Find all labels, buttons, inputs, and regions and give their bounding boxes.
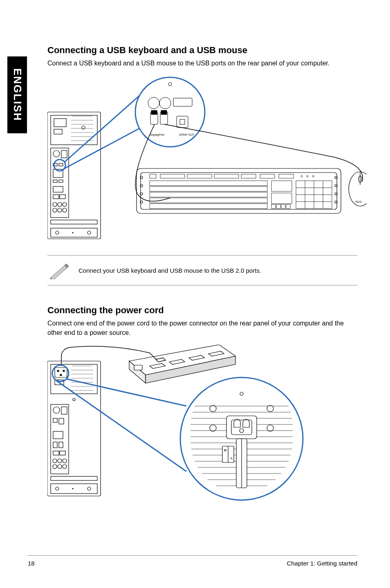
svg-line-118 — [67, 379, 186, 406]
svg-rect-63 — [150, 181, 267, 186]
page-footer: 18 Chapter 1: Getting started — [28, 555, 357, 567]
svg-point-105 — [58, 459, 62, 463]
svg-rect-68 — [271, 181, 292, 191]
svg-rect-67 — [150, 204, 267, 209]
svg-rect-53 — [150, 174, 156, 178]
svg-rect-14 — [53, 195, 59, 199]
svg-rect-1 — [51, 115, 97, 145]
svg-text:/SUS: /SUS — [355, 200, 362, 203]
svg-point-90 — [63, 370, 65, 372]
svg-point-106 — [63, 459, 67, 463]
svg-rect-58 — [260, 174, 275, 178]
pencil-icon — [47, 261, 70, 279]
svg-point-17 — [58, 202, 62, 206]
svg-rect-57 — [241, 174, 256, 178]
svg-point-109 — [63, 465, 67, 469]
svg-rect-15 — [60, 195, 65, 199]
chapter-label: Chapter 1: Getting started — [287, 560, 357, 567]
svg-rect-72 — [281, 204, 285, 209]
svg-point-107 — [53, 465, 57, 469]
svg-rect-97 — [53, 418, 57, 422]
svg-point-89 — [57, 370, 59, 372]
svg-rect-2 — [54, 119, 66, 127]
svg-rect-99 — [53, 431, 63, 439]
svg-rect-86 — [47, 361, 101, 496]
svg-rect-116 — [134, 365, 142, 370]
svg-rect-102 — [53, 451, 59, 455]
svg-rect-5 — [51, 148, 69, 218]
section1-heading: Connecting a USB keyboard and a USB mous… — [47, 45, 357, 56]
svg-point-108 — [58, 465, 62, 469]
svg-rect-100 — [53, 442, 57, 448]
svg-rect-110 — [51, 476, 97, 480]
figure-keyboard-mouse: DisplayPort SPDIF OUT — [47, 75, 357, 247]
svg-rect-101 — [59, 442, 63, 448]
figure-power-cord — [47, 345, 357, 516]
svg-point-62 — [312, 175, 314, 177]
svg-text:SPDIF OUT: SPDIF OUT — [179, 133, 195, 136]
svg-rect-65 — [150, 192, 267, 197]
svg-rect-7 — [61, 150, 67, 158]
svg-rect-98 — [59, 418, 64, 424]
svg-point-113 — [72, 488, 73, 489]
svg-point-16 — [53, 202, 57, 206]
svg-rect-3 — [54, 129, 62, 134]
svg-rect-54 — [160, 174, 185, 178]
svg-rect-23 — [51, 228, 97, 237]
svg-rect-22 — [51, 220, 97, 224]
svg-point-20 — [58, 208, 62, 212]
section2-heading: Connecting the power cord — [47, 305, 357, 316]
svg-line-29 — [65, 96, 139, 162]
svg-rect-56 — [214, 174, 239, 178]
section2-body: Connect one end of the power cord to the… — [47, 319, 357, 337]
svg-point-19 — [53, 208, 57, 212]
svg-rect-59 — [279, 174, 294, 178]
svg-point-93 — [73, 398, 75, 401]
svg-rect-70 — [276, 204, 280, 209]
svg-point-61 — [307, 175, 308, 177]
svg-point-28 — [135, 77, 205, 147]
svg-rect-71 — [271, 204, 276, 209]
svg-rect-73 — [286, 204, 290, 209]
svg-rect-38 — [161, 110, 167, 114]
svg-line-30 — [65, 128, 139, 168]
svg-point-112 — [56, 487, 59, 490]
section1-body: Connect a USB keyboard and a USB mouse t… — [47, 59, 357, 68]
page-number: 18 — [28, 560, 35, 567]
svg-point-4 — [82, 126, 85, 129]
svg-point-60 — [301, 175, 303, 177]
svg-text:DisplayPort: DisplayPort — [150, 133, 164, 137]
svg-point-6 — [53, 150, 60, 157]
svg-rect-87 — [51, 364, 97, 394]
svg-rect-96 — [61, 407, 67, 414]
note-text: Connect your USB keyboard and USB mouse … — [78, 267, 261, 274]
svg-point-24 — [56, 231, 59, 234]
svg-point-104 — [53, 459, 57, 463]
svg-point-91 — [60, 374, 62, 376]
svg-rect-9 — [59, 164, 63, 166]
svg-rect-11 — [53, 180, 57, 182]
svg-rect-103 — [60, 451, 65, 455]
svg-rect-12 — [59, 180, 63, 182]
svg-point-21 — [63, 208, 67, 212]
svg-point-95 — [53, 407, 60, 413]
svg-rect-111 — [51, 484, 97, 494]
svg-rect-64 — [150, 186, 267, 191]
svg-point-25 — [72, 232, 73, 233]
language-tab: ENGLISH — [7, 56, 27, 133]
svg-point-18 — [63, 202, 67, 206]
svg-point-26 — [87, 231, 91, 234]
svg-line-119 — [56, 381, 186, 471]
note-box: Connect your USB keyboard and USB mouse … — [47, 255, 357, 285]
svg-point-114 — [87, 487, 91, 490]
svg-rect-13 — [53, 186, 63, 192]
svg-rect-69 — [271, 193, 292, 204]
svg-rect-55 — [187, 174, 212, 178]
svg-rect-37 — [151, 110, 157, 114]
svg-rect-94 — [51, 404, 69, 474]
svg-rect-123 — [226, 416, 257, 439]
